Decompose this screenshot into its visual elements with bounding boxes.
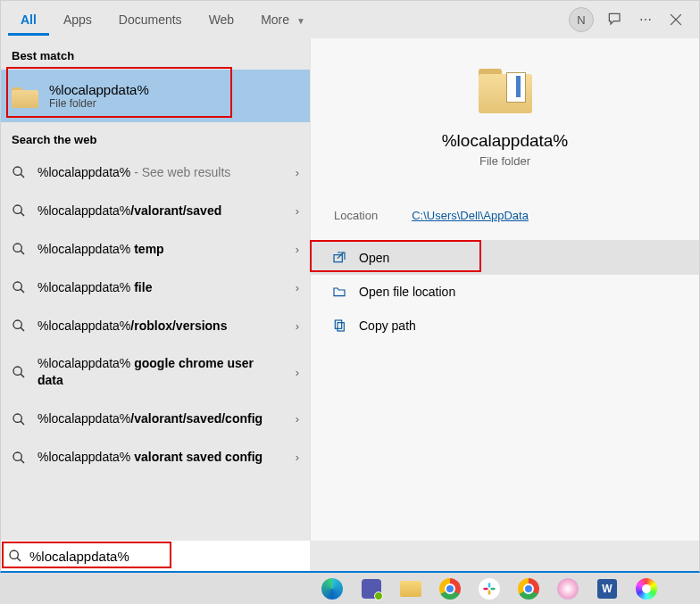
tab-web[interactable]: Web <box>196 4 247 36</box>
tab-more-label: More <box>261 12 289 27</box>
svg-line-3 <box>21 174 24 178</box>
best-match-subtitle: File folder <box>49 97 149 110</box>
best-match-result[interactable]: %localappdata% File folder <box>1 70 310 122</box>
tab-apps[interactable]: Apps <box>51 4 104 36</box>
web-result-text: %localappdata% temp <box>38 241 284 258</box>
taskbar-chrome-2[interactable] <box>512 575 545 602</box>
action-open[interactable]: Open <box>311 241 699 275</box>
search-web-header: Search the web <box>1 122 310 153</box>
feedback-icon[interactable] <box>606 11 624 29</box>
search-icon <box>12 280 26 294</box>
search-icon <box>12 451 26 465</box>
copy-icon <box>332 319 346 333</box>
svg-point-4 <box>13 205 21 213</box>
svg-line-17 <box>21 459 24 463</box>
tab-documents[interactable]: Documents <box>106 4 195 36</box>
chevron-down-icon: ▼ <box>296 16 305 26</box>
action-open-location-label: Open file location <box>359 285 455 299</box>
svg-line-5 <box>21 212 24 216</box>
chevron-right-icon: › <box>296 412 299 426</box>
action-open-location[interactable]: Open file location <box>311 275 699 309</box>
svg-point-10 <box>13 320 21 328</box>
folder-location-icon <box>332 285 346 299</box>
svg-rect-26 <box>483 587 488 590</box>
svg-line-7 <box>21 251 24 254</box>
svg-rect-25 <box>488 590 491 594</box>
web-result-text: %localappdata% - See web results <box>38 164 284 181</box>
web-result-row[interactable]: %localappdata%/valorant/saved › <box>1 192 310 230</box>
taskbar-paint[interactable] <box>630 575 662 602</box>
web-result-text: %localappdata%/valorant/saved/config <box>38 410 284 427</box>
chevron-right-icon: › <box>296 243 299 256</box>
search-icon <box>12 165 26 179</box>
taskbar-chrome[interactable] <box>434 575 466 602</box>
best-match-header: Best match <box>1 38 310 70</box>
taskbar-slack[interactable] <box>473 575 505 602</box>
svg-rect-24 <box>490 587 495 590</box>
tab-more[interactable]: More ▼ <box>248 4 318 36</box>
search-icon <box>12 365 26 379</box>
taskbar-edge[interactable] <box>316 575 348 602</box>
web-result-row[interactable]: %localappdata% valorant saved config › <box>1 438 310 476</box>
svg-point-14 <box>13 414 21 422</box>
results-panel: Best match %localappdata% File folder Se… <box>1 38 310 541</box>
folder-large-icon <box>476 65 535 115</box>
chevron-right-icon: › <box>296 366 299 379</box>
close-icon[interactable] <box>667 11 685 29</box>
web-result-text: %localappdata% file <box>38 279 284 296</box>
taskbar-file-explorer[interactable] <box>395 575 427 602</box>
search-icon <box>12 203 26 218</box>
svg-rect-19 <box>335 320 341 328</box>
web-result-text: %localappdata% valorant saved config <box>38 449 284 466</box>
svg-line-11 <box>21 327 24 331</box>
taskbar-snip[interactable] <box>552 575 584 602</box>
web-result-row[interactable]: %localappdata% temp › <box>1 230 310 269</box>
web-result-row[interactable]: %localappdata% google chrome user data › <box>1 344 310 400</box>
svg-line-15 <box>21 421 24 425</box>
location-label: Location <box>334 209 378 222</box>
action-copy-path[interactable]: Copy path <box>311 309 699 343</box>
web-result-text: %localappdata%/valorant/saved <box>38 203 284 219</box>
search-icon <box>8 549 22 563</box>
chevron-right-icon: › <box>296 319 299 333</box>
web-result-row[interactable]: %localappdata% file › <box>1 269 310 307</box>
preview-title: %localappdata% <box>329 131 681 151</box>
top-tabs: All Apps Documents Web More ▼ N ⋯ <box>1 1 699 38</box>
chevron-right-icon: › <box>296 204 299 218</box>
search-icon <box>12 412 26 426</box>
taskbar-teams[interactable] <box>355 575 388 602</box>
more-icon[interactable]: ⋯ <box>637 11 654 29</box>
taskbar: W <box>0 573 700 604</box>
svg-point-6 <box>13 244 21 252</box>
svg-rect-23 <box>488 583 491 587</box>
svg-rect-20 <box>338 323 344 331</box>
action-copy-path-label: Copy path <box>359 319 416 333</box>
best-match-title: %localappdata% <box>49 82 149 97</box>
svg-line-9 <box>21 289 24 293</box>
location-link[interactable]: C:\Users\Dell\AppData <box>412 209 529 222</box>
chevron-right-icon: › <box>296 166 299 179</box>
tab-all[interactable]: All <box>8 4 49 36</box>
avatar[interactable]: N <box>569 7 594 32</box>
preview-panel: %localappdata% File folder Location C:\U… <box>310 38 699 541</box>
chevron-right-icon: › <box>296 281 299 294</box>
folder-icon <box>12 85 38 108</box>
svg-point-2 <box>13 167 21 175</box>
web-result-row[interactable]: %localappdata%/roblox/versions › <box>1 307 310 345</box>
web-result-row[interactable]: %localappdata% - See web results › <box>1 153 310 192</box>
web-result-text: %localappdata%/roblox/versions <box>38 318 284 335</box>
search-icon <box>12 319 26 333</box>
action-open-label: Open <box>359 251 389 265</box>
web-result-text: %localappdata% google chrome user data <box>38 355 284 389</box>
web-result-row[interactable]: %localappdata%/valorant/saved/config › <box>1 400 310 438</box>
preview-subtitle: File folder <box>329 154 681 168</box>
chevron-right-icon: › <box>296 451 299 464</box>
search-bar[interactable] <box>1 541 310 571</box>
svg-line-22 <box>17 558 21 561</box>
taskbar-word[interactable]: W <box>591 575 623 602</box>
svg-point-21 <box>10 550 18 558</box>
search-input[interactable] <box>29 549 303 564</box>
search-icon <box>12 242 26 256</box>
svg-line-13 <box>21 374 24 377</box>
svg-point-12 <box>13 367 21 375</box>
